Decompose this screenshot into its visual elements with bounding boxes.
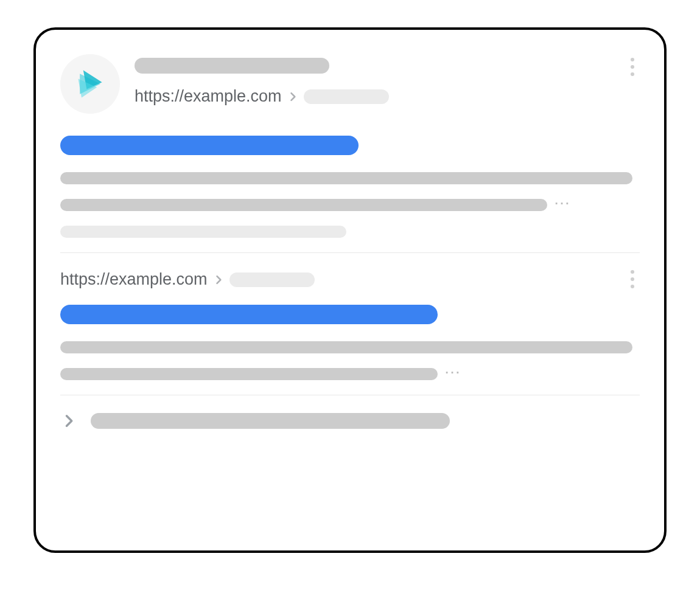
more-options-button[interactable] — [625, 58, 640, 76]
snippet-line — [60, 368, 438, 380]
ellipsis-icon: … — [553, 196, 570, 202]
snippet-line — [60, 226, 346, 238]
chevron-right-icon — [60, 412, 77, 429]
play-star-icon — [73, 67, 107, 101]
snippet-line — [60, 199, 547, 211]
chevron-right-icon — [212, 274, 225, 286]
site-name-placeholder — [135, 58, 329, 74]
result-separator — [60, 395, 640, 395]
result-url[interactable]: https://example.com — [60, 270, 208, 289]
result-separator — [60, 252, 640, 253]
result-snippet: … — [60, 172, 640, 238]
site-favicon — [60, 54, 120, 114]
ellipsis-icon: … — [444, 365, 461, 371]
result-url[interactable]: https://example.com — [135, 87, 282, 106]
search-result-header: https://example.com — [60, 54, 640, 114]
snippet-line — [60, 341, 632, 353]
chevron-right-icon — [287, 91, 299, 103]
result-title-placeholder[interactable] — [60, 305, 438, 324]
result-url-line[interactable]: https://example.com — [60, 270, 640, 289]
more-options-button[interactable] — [625, 270, 640, 288]
search-results-card: https://example.com … https://example.co… — [33, 27, 667, 553]
breadcrumb-placeholder — [229, 272, 315, 287]
sitelink-placeholder — [91, 413, 450, 429]
result-snippet: … — [60, 341, 640, 380]
sitelink-expander[interactable] — [60, 412, 640, 429]
breadcrumb-placeholder — [304, 89, 389, 104]
snippet-line — [60, 172, 632, 184]
result-url-line[interactable]: https://example.com — [135, 87, 640, 106]
result-title-placeholder[interactable] — [60, 136, 359, 155]
result-header-text: https://example.com — [135, 54, 640, 106]
